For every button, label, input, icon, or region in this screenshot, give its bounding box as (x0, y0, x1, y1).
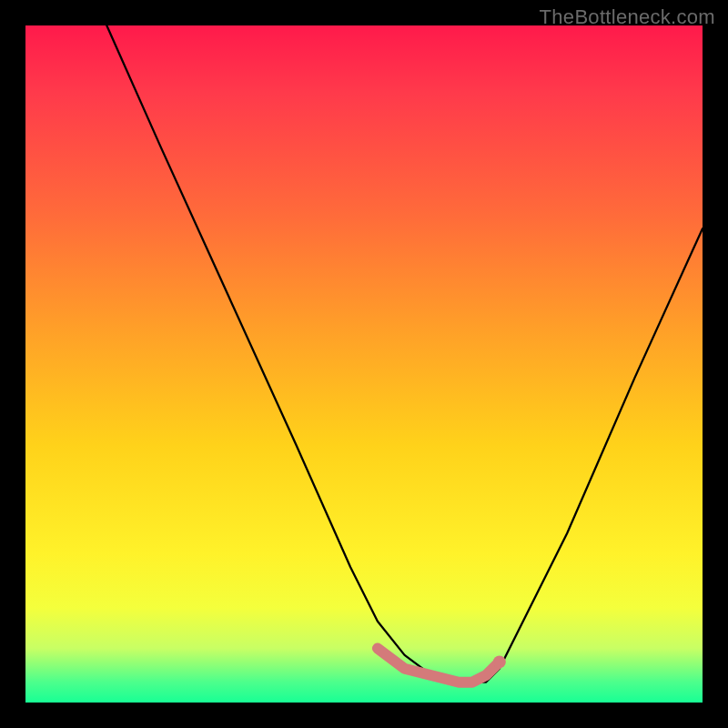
black-curve (106, 25, 703, 682)
chart-svg (25, 25, 703, 703)
pink-bottom-segment (378, 649, 500, 682)
watermark-text: TheBottleneck.com (540, 5, 715, 29)
pink-end-dot (493, 655, 506, 668)
chart-frame: TheBottleneck.com (0, 0, 728, 728)
plot-area (25, 25, 703, 703)
